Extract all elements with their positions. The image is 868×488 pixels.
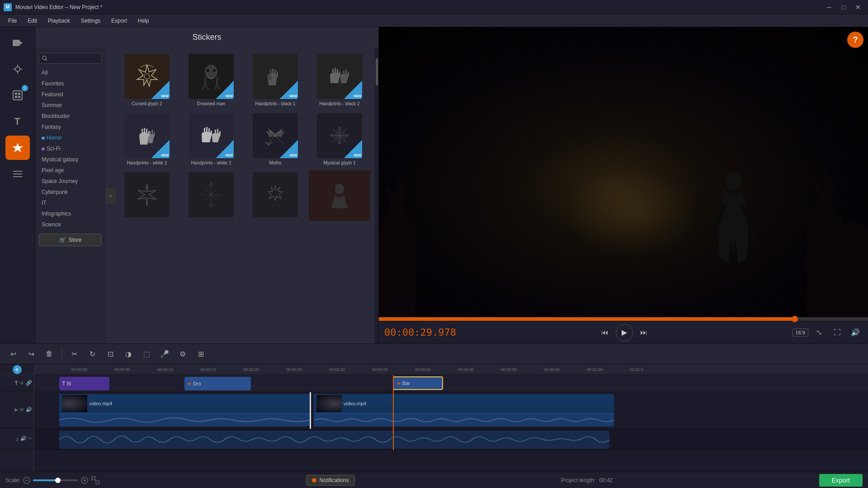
new-badge: NEW — [216, 81, 234, 99]
search-input[interactable] — [49, 56, 105, 61]
add-track-button[interactable]: + — [13, 365, 22, 374]
volume-button[interactable]: 🔊 — [848, 325, 863, 340]
sticker-cursed-glyph-2[interactable]: NEW Cursed glyph 2 — [116, 52, 178, 108]
scale-minus-icon[interactable] — [23, 477, 30, 484]
sticker-moths[interactable]: NEW Moths — [245, 111, 306, 168]
store-button[interactable]: 🛒 Store — [39, 234, 102, 246]
close-button[interactable]: ✕ — [852, 1, 864, 14]
cat-fantasy[interactable]: Fantasy — [35, 122, 105, 132]
sticker-item-10[interactable] — [180, 170, 242, 221]
fullscreen-button[interactable]: ⤡ — [812, 325, 826, 340]
audio-clip[interactable] — [59, 431, 609, 449]
sticker-drowned-man[interactable]: NEW Drowned man — [180, 52, 242, 108]
audio-track — [34, 429, 868, 450]
menu-playback[interactable]: Playback — [43, 16, 75, 26]
cut-button[interactable]: ✂ — [66, 346, 82, 361]
clip-text-bl[interactable]: T Bl — [59, 377, 109, 390]
undo-button[interactable]: ↩ — [5, 346, 21, 361]
video-track-eye-icon[interactable]: 👁 — [19, 407, 24, 413]
text-track-link-icon[interactable]: 🔗 — [26, 380, 32, 386]
sticker-handprints-white-1[interactable]: NEW Handprints - white 1 — [116, 111, 178, 168]
tool-effects[interactable] — [5, 57, 30, 81]
cat-scifi[interactable]: Sci-Fi — [35, 143, 105, 154]
menu-export[interactable]: Export — [107, 16, 132, 26]
sticker-item-11[interactable] — [245, 170, 306, 221]
stickers-body: ✕ All Favorites Featured Summer Blockbus… — [35, 47, 378, 343]
cat-featured[interactable]: Featured — [35, 89, 105, 100]
new-badge: NEW — [344, 140, 362, 158]
sticker-handprints-black-1[interactable]: NEW Handprints - black 1 — [245, 52, 306, 108]
skip-start-button[interactable]: ⏮ — [598, 325, 612, 340]
sticker-cursed-glyph-2-label: Cursed glyph 2 — [132, 101, 162, 107]
audio-track-mute-icon[interactable]: ✂ — [28, 436, 32, 441]
sticker-item-12[interactable] — [309, 170, 370, 221]
video-clip-1[interactable]: video.mp4 — [59, 394, 309, 427]
notifications-button[interactable]: Notifications — [306, 475, 354, 486]
tool-text[interactable]: T — [5, 109, 30, 134]
scale-plus-icon[interactable] — [81, 477, 88, 484]
mic-button[interactable]: 🎤 — [157, 346, 172, 361]
cat-mystical-galaxy[interactable]: Mystical galaxy — [35, 154, 105, 165]
menu-help[interactable]: Help — [133, 16, 154, 26]
clip-sticker-bar[interactable]: ★ Bar — [393, 376, 443, 390]
minimize-button[interactable]: ─ — [823, 1, 835, 14]
sticker-grid-scrollbar[interactable] — [375, 47, 378, 343]
crop-button[interactable]: ⊡ — [103, 346, 118, 361]
cat-cyberpunk[interactable]: Cyberpunk — [35, 187, 105, 197]
video-track-play-icon[interactable]: ▶ — [14, 407, 18, 413]
sticker-handprints-white-2[interactable]: NEW Handprints - white 2 — [180, 111, 242, 168]
svg-point-20 — [207, 69, 209, 72]
export-frame-button[interactable]: ⬚ — [139, 346, 154, 361]
svg-point-26 — [335, 183, 344, 194]
text-track-eye-icon[interactable]: 👁 — [19, 380, 24, 386]
audio-track-vol-icon[interactable]: 🔊 — [20, 436, 27, 441]
cat-pixel-age[interactable]: Pixel age — [35, 165, 105, 176]
sticker-item-9[interactable] — [116, 170, 178, 221]
menu-settings[interactable]: Settings — [76, 16, 105, 26]
scale-slider[interactable] — [33, 479, 78, 481]
cat-space-journey[interactable]: Space Journey — [35, 176, 105, 187]
cat-blockbuster[interactable]: Blockbuster — [35, 111, 105, 122]
sticker-grid: NEW Cursed glyph 2 — [112, 47, 375, 225]
cat-it[interactable]: IT — [35, 197, 105, 208]
fit-icon[interactable] — [91, 476, 100, 485]
sticker-mystical-glyph-1[interactable]: NEW Mystical glyph 1 — [309, 111, 370, 168]
video-track-vol-icon[interactable]: 🔊 — [26, 407, 32, 413]
rotate-button[interactable]: ↻ — [85, 346, 100, 361]
video-clip-2[interactable]: video.mp4 — [314, 394, 614, 427]
sticker-drowned-man-label: Drowned man — [197, 101, 225, 107]
video-clip-1-waveform — [59, 414, 309, 427]
tool-transitions[interactable] — [5, 162, 30, 186]
export-button[interactable]: Export — [819, 474, 863, 487]
cat-all[interactable]: All — [35, 67, 105, 78]
audio-button[interactable]: ⊞ — [193, 346, 208, 361]
timeline-main: + T 👁 🔗 ▶ 👁 🔊 — [0, 364, 868, 472]
skip-end-button[interactable]: ⏭ — [637, 325, 651, 340]
help-button[interactable]: ? — [847, 32, 863, 48]
play-button[interactable]: ▶ — [616, 324, 633, 341]
progress-bar[interactable] — [379, 317, 868, 321]
expand-button[interactable]: ⛶ — [830, 325, 844, 340]
menu-file[interactable]: File — [4, 16, 21, 26]
tool-stickers[interactable] — [5, 136, 30, 160]
audio-track-controls: ♪ 🔊 ✂ — [0, 428, 34, 449]
delete-button[interactable]: 🗑 — [42, 346, 57, 361]
redo-button[interactable]: ↪ — [24, 346, 39, 361]
settings-button[interactable]: ⚙ — [175, 346, 190, 361]
cat-horror[interactable]: Horror — [35, 132, 105, 143]
cat-infographics[interactable]: Infographics — [35, 208, 105, 219]
clip-sticker-dro[interactable]: ★ Dro — [184, 377, 251, 390]
cat-summer[interactable]: Summer — [35, 100, 105, 111]
tool-video[interactable] — [5, 31, 30, 55]
menu-edit[interactable]: Edit — [23, 16, 42, 26]
aspect-ratio-button[interactable]: 16:9 — [793, 328, 808, 337]
maximize-button[interactable]: □ — [837, 1, 850, 14]
video-clip-2-waveform — [314, 414, 614, 427]
cat-science[interactable]: Science — [35, 219, 105, 230]
sticker-handprints-black-2[interactable]: NEW Handprints - black 2 — [309, 52, 370, 108]
tool-filters[interactable]: ! — [5, 83, 30, 108]
cat-favorites[interactable]: Favorites — [35, 78, 105, 89]
sticker-item-11-icon — [259, 179, 291, 211]
nav-arrow-left[interactable]: ‹ — [105, 188, 116, 204]
brightness-button[interactable]: ◑ — [121, 346, 136, 361]
